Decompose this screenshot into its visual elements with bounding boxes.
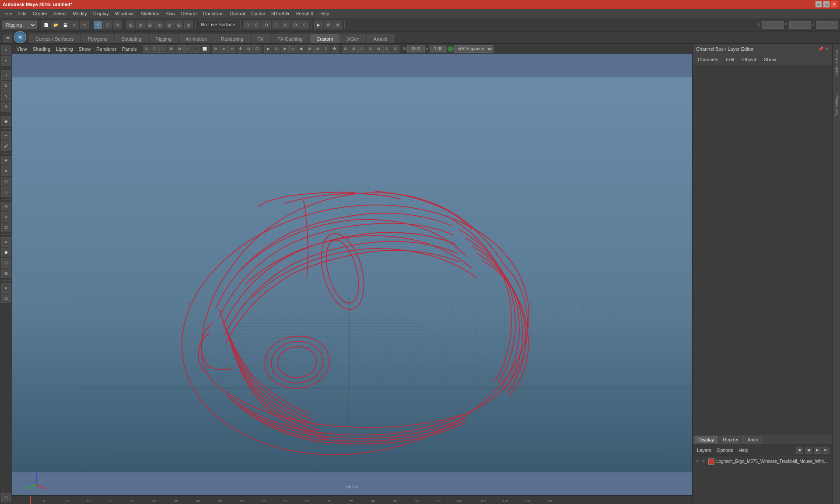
minimize-button[interactable]: ─ <box>816 1 822 7</box>
gamma-field[interactable]: 1.00 <box>430 46 447 52</box>
attr-editor-label[interactable]: Attribute Editor <box>834 50 839 76</box>
mode-dropdown[interactable]: Rigging <box>2 21 37 29</box>
le-tab-render[interactable]: Render <box>719 436 742 444</box>
soft-select-tool[interactable]: ◉ <box>1 116 11 126</box>
menu-deform[interactable]: Deform <box>178 10 200 17</box>
vp-btn24[interactable]: ⊡ <box>342 45 350 53</box>
tab-polygons[interactable]: Polygons <box>81 34 114 43</box>
le-menu-help[interactable]: Help <box>737 448 750 453</box>
vp-menu-renderer[interactable]: Renderer <box>94 45 119 53</box>
vp-btn19[interactable]: ◉ <box>298 45 305 53</box>
group-tool2[interactable]: ⬢ <box>1 248 11 257</box>
render-btn2[interactable]: ⚙ <box>324 21 332 29</box>
quick-layout-btn[interactable]: ◻ <box>1 493 11 502</box>
menu-create[interactable]: Create <box>30 10 50 17</box>
snap-btn4[interactable]: ⊡ <box>272 21 280 29</box>
vp-btn6[interactable]: ◻ <box>184 45 192 53</box>
vp-btn28[interactable]: ⊡ <box>375 45 383 53</box>
select-btn8[interactable]: ◎ <box>184 21 193 29</box>
menu-control[interactable]: Control <box>227 10 248 17</box>
group-tool[interactable]: ⬡ <box>1 177 11 186</box>
tool12[interactable]: ⊡ <box>1 294 11 303</box>
vp-btn21[interactable]: ⊞ <box>314 45 322 53</box>
layer-item[interactable]: V P Logitech_Ergo_M575_Wireless_Trackbal… <box>694 457 830 466</box>
select-btn4[interactable]: ◎ <box>146 21 154 29</box>
vp-btn2[interactable]: ⬡ <box>151 45 159 53</box>
vp-btn18[interactable]: ◎ <box>289 45 297 53</box>
vp-btn8[interactable]: ⬜ <box>201 45 209 53</box>
menu-redshift[interactable]: Redshift <box>293 10 316 17</box>
cb-tab-object[interactable]: Object <box>738 56 760 63</box>
snap-btn2[interactable]: ⊡ <box>252 21 261 29</box>
open-scene-button[interactable]: 📂 <box>51 21 60 29</box>
render-btn3[interactable]: ⚙ <box>333 21 342 29</box>
menu-skin[interactable]: Skin <box>163 10 177 17</box>
vp-btn30[interactable]: ⊡ <box>392 45 399 53</box>
paint-tool[interactable]: 🖌 <box>1 141 11 151</box>
tool10[interactable]: ⊞ <box>1 269 11 278</box>
vp-btn14[interactable]: ⬡ <box>253 45 261 53</box>
tab-xgen[interactable]: XGen <box>340 34 366 43</box>
layers-tool[interactable]: ≡ <box>1 237 11 247</box>
vp-btn26[interactable]: ⊡ <box>358 45 366 53</box>
tab-rendering[interactable]: Rendering <box>214 34 250 43</box>
menu-select[interactable]: Select <box>51 10 70 17</box>
maximize-button[interactable]: □ <box>823 1 830 7</box>
vp-menu-show[interactable]: Show <box>76 45 94 53</box>
menu-windows[interactable]: Windows <box>112 10 137 17</box>
menu-help[interactable]: Help <box>317 10 332 17</box>
center-tool[interactable]: ⊡ <box>1 223 11 232</box>
select-btn7[interactable]: ◎ <box>175 21 183 29</box>
cb-close-btn[interactable]: ✕ <box>825 46 829 51</box>
menu-file[interactable]: File <box>2 10 15 17</box>
vp-btn11[interactable]: ◎ <box>228 45 236 53</box>
snap-btn5[interactable]: ⊡ <box>281 21 290 29</box>
tool11[interactable]: ≡ <box>1 283 11 293</box>
coord-z-field[interactable] <box>816 21 838 29</box>
viewport-3d[interactable]: persp Y X Z <box>12 54 692 495</box>
select-btn5[interactable]: ◎ <box>155 21 164 29</box>
menu-edit[interactable]: Edit <box>16 10 29 17</box>
cb-tab-channels[interactable]: Channels <box>694 56 721 63</box>
le-nav-last[interactable]: ⏭ <box>822 447 830 454</box>
menu-display[interactable]: Display <box>91 10 112 17</box>
select-btn3[interactable]: ◎ <box>136 21 145 29</box>
le-tab-anim[interactable]: Anim <box>743 436 762 444</box>
coord-x-field[interactable] <box>762 21 784 29</box>
tab-rigging[interactable]: Rigging <box>149 34 178 43</box>
select-btn2[interactable]: ◎ <box>126 21 135 29</box>
vp-btn9[interactable]: ⊡ <box>212 45 220 53</box>
select-tool-left[interactable]: ↖ <box>1 46 11 55</box>
menu-modify[interactable]: Modify <box>70 10 89 17</box>
snap-btn6[interactable]: ⊡ <box>291 21 300 29</box>
vp-btn29[interactable]: ⊡ <box>383 45 391 53</box>
vp-btn22[interactable]: ⊡ <box>322 45 330 53</box>
le-nav-next[interactable]: ▶ <box>814 447 821 454</box>
freeze-tool[interactable]: ❄ <box>1 166 11 176</box>
le-menu-layers[interactable]: Layers <box>695 448 713 453</box>
tab-animation[interactable]: Animation <box>179 34 214 43</box>
move-tool[interactable]: ✛ <box>1 70 11 80</box>
cb-pin-btn[interactable]: 📌 <box>818 46 823 51</box>
menu-cache[interactable]: Cache <box>248 10 268 17</box>
tool-settings-label[interactable]: Tool Settings <box>834 94 839 116</box>
gamma-dropdown[interactable]: sRGB gamma <box>454 45 494 53</box>
vp-btn25[interactable]: ⊡ <box>350 45 358 53</box>
snap-btn7[interactable]: ⊡ <box>301 21 309 29</box>
menu-skeleton[interactable]: Skeleton <box>138 10 162 17</box>
color-mgmt-btn[interactable] <box>448 46 454 52</box>
vp-btn12[interactable]: ✛ <box>237 45 245 53</box>
scale-tool[interactable]: ⤡ <box>1 91 11 101</box>
select-btn6[interactable]: ◎ <box>165 21 174 29</box>
render-btn1[interactable]: ▶ <box>314 21 323 29</box>
universal-tool[interactable]: ⊕ <box>1 102 11 112</box>
tool9[interactable]: ⊟ <box>1 258 11 268</box>
cb-tab-edit[interactable]: Edit <box>722 56 738 63</box>
snap-btn3[interactable]: ⊡ <box>262 21 271 29</box>
exposure-field[interactable]: 0.00 <box>407 46 425 52</box>
menu-3dtall[interactable]: 3DtoAll▾ <box>269 10 292 18</box>
vp-btn3[interactable]: □ <box>159 45 167 53</box>
transform-button[interactable]: ⊞ <box>113 21 122 29</box>
vp-btn7[interactable]: ⬛ <box>192 45 200 53</box>
snap-tool[interactable]: ⊡ <box>1 187 11 197</box>
